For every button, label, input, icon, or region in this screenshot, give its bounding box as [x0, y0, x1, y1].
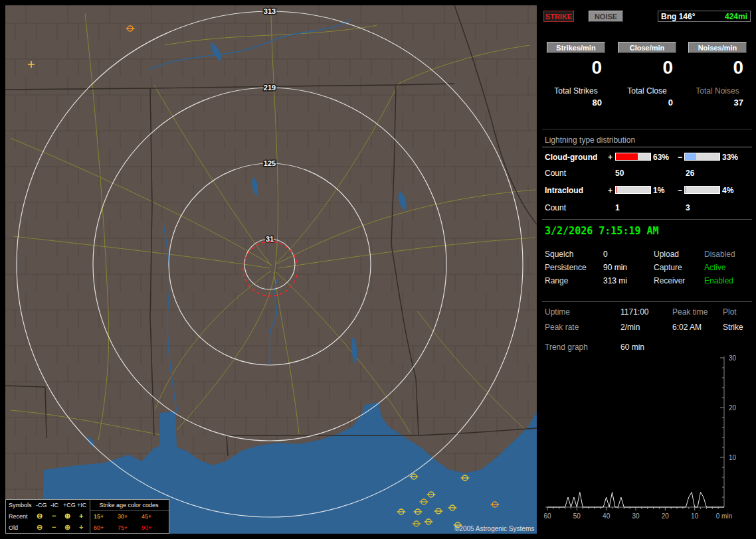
age-75: 75+ [118, 524, 128, 531]
uptime-value: 1171:00 [620, 307, 649, 317]
strike-tab[interactable]: STRIKE [543, 11, 574, 22]
bearing-display: Bng 146° 424mi [658, 11, 751, 22]
noise-tab[interactable]: NOISE [589, 11, 623, 22]
count-label: Count [545, 169, 566, 178]
age-60: 60+ [94, 524, 104, 531]
trend-x-tick: 40 [603, 512, 611, 520]
cg-negative-count: 26 [686, 169, 694, 178]
noises-rate-value: 0 [684, 56, 751, 78]
upload-label: Upload [654, 250, 679, 259]
trend-x-tick: 0 min [716, 512, 732, 520]
range-ring-label: 125 [264, 159, 276, 167]
ic-negative-count: 3 [686, 203, 690, 212]
plus-symbol: + [608, 153, 613, 162]
total-noises-value: 37 [684, 98, 751, 108]
noises-per-min-button[interactable]: Noises/min [688, 42, 747, 53]
trend-y-tick: 20 [729, 404, 737, 412]
squelch-row: Squelch 0 Upload Disabled [542, 250, 752, 260]
trend-x-tick: 30 [632, 512, 640, 520]
distribution-title-rule [542, 147, 752, 147]
capture-label: Capture [654, 263, 682, 272]
plus-symbol: + [608, 186, 613, 195]
datetime-display: 3/2/2026 7:15:19 AM [545, 225, 659, 237]
cloud-ground-count-row: Count 50 26 [542, 169, 752, 179]
legend-col-neg-cg: -CG [36, 502, 47, 508]
trend-trace [547, 493, 724, 508]
control-panel: STRIKE NOISE Bng 146° 424mi Strikes/min … [542, 5, 752, 534]
cloud-ground-label: Cloud-ground [545, 153, 597, 162]
range-label: Range [545, 276, 568, 285]
nexstorm-window: 31321912531 Symbols -CG -IC +CG +IC Stri… [0, 0, 756, 539]
total-close-value: 0 [613, 98, 681, 108]
separator [542, 219, 752, 220]
peak-rate-value: 2/min [620, 323, 640, 332]
legend-header-row: Symbols -CG -IC +CG +IC Strike age color… [6, 500, 169, 510]
age-30: 30+ [118, 513, 128, 520]
trend-window-value: 60 min [620, 343, 644, 352]
count-label: Count [545, 203, 566, 212]
capture-status: Active [704, 263, 726, 272]
map-canvas[interactable]: 31321912531 [5, 5, 537, 534]
squelch-label: Squelch [545, 250, 573, 259]
minus-symbol: − [678, 186, 682, 195]
intracloud-label: Intracloud [545, 186, 583, 195]
noises-column: Noises/min 0 Total Noises 37 [684, 42, 751, 108]
pos-cg-icon: ⊕ [64, 512, 70, 520]
cg-negative-pct: 33% [722, 153, 738, 162]
ic-negative-bar [684, 186, 720, 194]
close-per-min-button[interactable]: Close/min [618, 42, 676, 53]
squelch-value: 0 [603, 250, 608, 259]
age-90: 90+ [142, 524, 151, 531]
receiver-label: Receiver [654, 276, 685, 285]
total-noises-label: Total Noises [684, 86, 751, 96]
strikes-per-min-button[interactable]: Strikes/min [547, 42, 605, 53]
legend-symbols-header: Symbols [9, 502, 32, 508]
persistence-value: 90 min [603, 263, 627, 272]
receiver-status: Enabled [704, 276, 733, 285]
separator [542, 301, 752, 302]
peak-rate-row: Peak rate 2/min 6:02 AM Strike [542, 323, 752, 333]
age-45: 45+ [142, 513, 151, 520]
legend-col-pos-ic: +IC [77, 502, 86, 508]
ic-positive-pct: 1% [653, 186, 664, 195]
persistence-label: Persistence [545, 263, 587, 272]
uptime-row: Uptime 1171:00 Peak time Plot [542, 307, 752, 318]
plot-label: Plot [723, 307, 737, 317]
cg-positive-count: 50 [615, 169, 624, 178]
peak-time-label: Peak time [672, 307, 708, 317]
ic-positive-count: 1 [615, 203, 620, 212]
cg-negative-bar [684, 153, 720, 161]
ic-negative-pct: 4% [722, 186, 733, 195]
legend-recent-label: Recent [9, 513, 28, 520]
trend-y-tick: 30 [729, 354, 737, 362]
lightning-map[interactable]: 31321912531 Symbols -CG -IC +CG +IC Stri… [5, 5, 537, 534]
total-strikes-value: 80 [542, 98, 610, 108]
legend-age-header: Strike age color codes [91, 502, 167, 508]
distribution-title: Lightning type distribution [545, 135, 635, 145]
cg-positive-pct: 63% [653, 153, 669, 162]
pos-cg-icon: ⊕ [64, 523, 70, 532]
peak-rate-label: Peak rate [545, 323, 579, 332]
plot-value: Strike [723, 323, 743, 332]
age-15: 15+ [94, 513, 104, 520]
ic-positive-bar [615, 186, 651, 194]
pos-ic-icon: + [79, 512, 83, 520]
bearing-value: Bng 146° [661, 12, 695, 21]
neg-cg-icon: ⊖ [37, 512, 43, 520]
intracloud-count-row: Count 1 3 [542, 203, 752, 214]
neg-ic-icon: − [52, 512, 56, 520]
peak-time-value: 6:02 AM [672, 323, 702, 332]
total-strikes-label: Total Strikes [542, 86, 610, 96]
neg-ic-icon: − [52, 523, 56, 531]
strike-legend: Symbols -CG -IC +CG +IC Strike age color… [5, 499, 169, 534]
uptime-label: Uptime [545, 307, 570, 317]
intracloud-row: Intracloud + 1% − 4% [542, 186, 752, 196]
trend-x-tick: 50 [573, 512, 581, 520]
trend-graph-row: Trend graph 60 min [542, 343, 752, 353]
legend-old-label: Old [9, 524, 18, 531]
trend-x-tick: 60 [543, 512, 551, 520]
neg-cg-icon: ⊖ [37, 523, 43, 532]
separator [542, 129, 752, 129]
legend-col-neg-ic: -IC [50, 502, 58, 508]
close-column: Close/min 0 Total Close 0 [613, 42, 681, 108]
